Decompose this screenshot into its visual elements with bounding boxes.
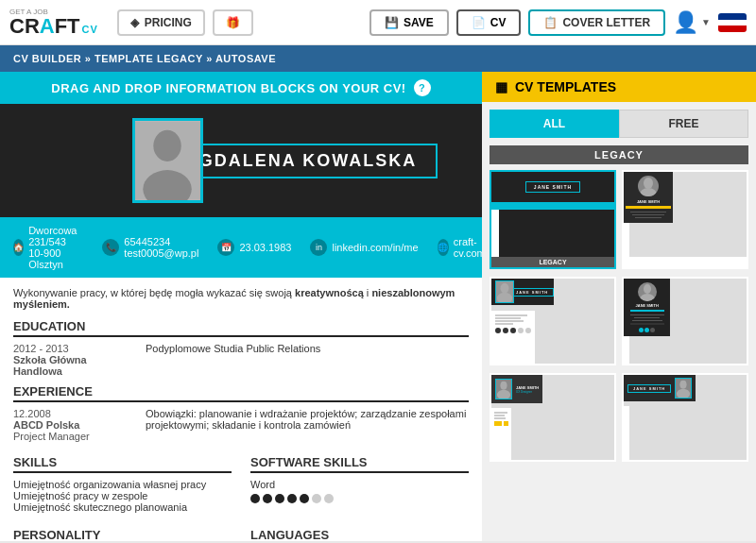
- personality-title: PERSONALITY: [13, 528, 232, 541]
- save-icon: 💾: [385, 16, 399, 29]
- right-panel: ▦ CV TEMPLATES ALL FREE LEGACY JANE SMIT…: [482, 72, 756, 541]
- left-panel: DRAG AND DROP INFORMATION BLOCKS ON YOUR…: [0, 72, 482, 541]
- experience-section-title: EXPERIENCE: [13, 384, 469, 402]
- dot-1: [250, 494, 260, 503]
- cv-photo[interactable]: [132, 118, 203, 203]
- user-icon: 👤: [673, 10, 698, 35]
- template-card-2[interactable]: JANE SMITH: [622, 170, 748, 269]
- cv-summary: Wykonywanie pracy, w której będę mogła w…: [13, 287, 469, 310]
- skill-item-2: Umiejętność pracy w zespole: [13, 490, 232, 501]
- templates-content[interactable]: ALL FREE LEGACY JANE SMITH: [482, 102, 756, 541]
- cv-preview-area[interactable]: MAGDALENA KOWALSKA 🏠 Dworcowa 231/543 10…: [0, 104, 482, 541]
- experience-entry: 12.2008 ABCD Polska Project Manager Obow…: [13, 408, 469, 442]
- education-entry: 2012 - 2013 Szkoła Główna Handlowa Podyp…: [13, 343, 469, 377]
- skill-item-3: Umiejętność skutecznego planowania: [13, 501, 232, 513]
- templates-icon: ▦: [495, 79, 507, 94]
- skills-title: SKILLS: [13, 455, 232, 473]
- save-button[interactable]: 💾 SAVE: [369, 9, 449, 36]
- svg-point-12: [677, 389, 690, 398]
- svg-point-1: [153, 130, 180, 161]
- template-tabs: ALL FREE: [490, 110, 748, 138]
- skills-languages-row: SKILLS Umiejętność organizowania własnej…: [13, 448, 469, 513]
- phone-icon: 📞: [102, 239, 119, 256]
- template-grid-bottom: JANE SMITH UX Designer: [490, 373, 748, 462]
- home-icon: 🏠: [13, 239, 24, 256]
- svg-point-7: [644, 284, 651, 294]
- template-label-1: LEGACY: [491, 257, 614, 267]
- svg-point-10: [497, 390, 510, 399]
- dot-6: [312, 494, 321, 503]
- breadcrumb: CV BUILDER » TEMPLATE LEGACY » AUTOSAVE: [0, 45, 756, 72]
- logo-text: CRAFT: [9, 16, 80, 37]
- cv-address: 🏠 Dworcowa 231/543 10-900 Olsztyn: [13, 225, 83, 270]
- cv-phone: 📞 65445234 test0005@wp.pl: [102, 225, 198, 270]
- template-card-5[interactable]: JANE SMITH UX Designer: [490, 373, 616, 462]
- template-grid-top: JANE SMITH LEGACY: [490, 170, 748, 269]
- top-navigation: GET A JOB CRAFT CV ◈ PRICING 🎁 💾 SAVE 📄 …: [0, 0, 756, 45]
- cv-button[interactable]: 📄 CV: [456, 9, 522, 36]
- template-card-4[interactable]: JANE SMITH: [622, 277, 748, 365]
- personality-languages-row: PERSONALITY LANGUAGES: [13, 520, 469, 541]
- tab-free[interactable]: FREE: [619, 110, 748, 138]
- cv-linkedin: in linkedin.com/in/me: [310, 225, 418, 270]
- template-group-legacy: LEGACY: [490, 145, 748, 164]
- svg-point-11: [680, 381, 687, 389]
- main-layout: DRAG AND DROP INFORMATION BLOCKS ON YOUR…: [0, 72, 756, 541]
- help-icon[interactable]: ?: [414, 79, 431, 96]
- nav-right: 💾 SAVE 📄 CV 📋 COVER LETTER 👤 ▼: [369, 9, 747, 36]
- gift-button[interactable]: 🎁: [213, 9, 253, 36]
- cv-header: MAGDALENA KOWALSKA: [0, 104, 482, 217]
- svg-point-8: [640, 294, 655, 301]
- gift-icon: 🎁: [226, 16, 240, 29]
- dot-5: [300, 494, 309, 503]
- template-card-3[interactable]: JANE SMITH: [490, 277, 616, 365]
- logo: GET A JOB CRAFT CV: [9, 8, 98, 37]
- diamond-icon: ◈: [130, 16, 139, 29]
- education-section-title: EDUCATION: [13, 319, 469, 337]
- skills-col: SKILLS Umiejętność organizowania własnej…: [13, 448, 232, 513]
- dot-4: [287, 494, 297, 503]
- cv-templates-header: ▦ CV TEMPLATES: [482, 72, 756, 102]
- cv-info-bar: 🏠 Dworcowa 231/543 10-900 Olsztyn 📞 6544…: [0, 217, 482, 278]
- cover-letter-button[interactable]: 📋 COVER LETTER: [528, 9, 665, 36]
- letter-icon: 📋: [543, 16, 558, 29]
- svg-point-9: [500, 382, 507, 390]
- cv-name: MAGDALENA KOWALSKA: [169, 151, 417, 171]
- cv-website: 🌐 craft-cv.com: [438, 225, 482, 270]
- dot-7: [324, 494, 334, 503]
- template-card-1[interactable]: JANE SMITH LEGACY: [490, 170, 616, 269]
- logo-cv: CV: [82, 24, 98, 35]
- linkedin-icon: in: [310, 239, 327, 256]
- software-col: SOFTWARE SKILLS Word: [250, 448, 469, 513]
- user-menu-button[interactable]: 👤 ▼: [673, 10, 711, 35]
- languages-col: LANGUAGES: [250, 520, 469, 541]
- svg-point-3: [644, 178, 653, 189]
- globe-icon: 🌐: [438, 239, 449, 256]
- svg-point-4: [640, 188, 657, 196]
- drag-drop-bar: DRAG AND DROP INFORMATION BLOCKS ON YOUR…: [0, 72, 482, 104]
- language-flag[interactable]: [718, 13, 747, 32]
- skill-item-1: Umiejętność organizowania własnej pracy: [13, 479, 232, 490]
- tab-all[interactable]: ALL: [490, 110, 619, 138]
- software-word: Word: [250, 479, 469, 490]
- languages-title: LANGUAGES: [250, 528, 469, 541]
- dot-2: [263, 494, 272, 503]
- template-card-6[interactable]: JANE SMITH: [622, 373, 748, 462]
- cv-icon: 📄: [472, 16, 486, 29]
- software-skill-dots: [250, 494, 469, 503]
- dot-3: [275, 494, 284, 503]
- svg-point-6: [497, 293, 512, 302]
- chevron-down-icon: ▼: [701, 17, 711, 27]
- personality-col: PERSONALITY: [13, 520, 232, 541]
- cv-birthdate: 📅 23.03.1983: [217, 225, 291, 270]
- template-grid-middle: JANE SMITH: [490, 277, 748, 365]
- svg-point-5: [501, 283, 509, 294]
- software-title: SOFTWARE SKILLS: [250, 455, 469, 473]
- cv-body: Wykonywanie pracy, w której będę mogła w…: [0, 278, 482, 541]
- calendar-icon: 📅: [217, 239, 234, 256]
- pricing-button[interactable]: ◈ PRICING: [117, 9, 205, 36]
